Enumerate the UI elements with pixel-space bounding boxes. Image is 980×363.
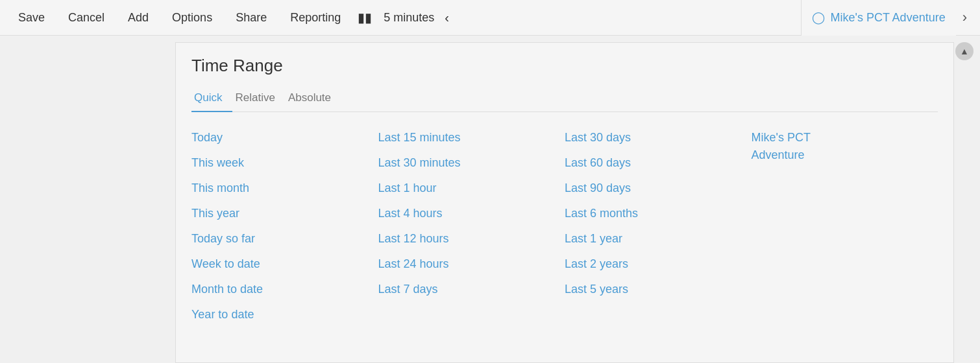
tab-absolute[interactable]: Absolute [286, 86, 341, 112]
time-item-last-15m[interactable]: Last 15 minutes [378, 125, 565, 150]
time-item-this-week[interactable]: This week [191, 150, 378, 176]
time-item-last-6mo[interactable]: Last 6 months [565, 201, 752, 226]
time-item-last-7d[interactable]: Last 7 days [378, 277, 565, 302]
tab-quick[interactable]: Quick [191, 86, 232, 112]
time-item-last-90d[interactable]: Last 90 days [565, 176, 752, 201]
options-button[interactable]: Options [160, 0, 224, 36]
add-button[interactable]: Add [116, 0, 160, 36]
time-col-3: Last 30 days Last 60 days Last 90 days L… [565, 125, 752, 327]
time-item-last-60d[interactable]: Last 60 days [565, 150, 752, 176]
time-item-mikes-pct[interactable]: Mike's PCTAdventure [752, 125, 938, 168]
time-col-2: Last 15 minutes Last 30 minutes Last 1 h… [378, 125, 565, 327]
reporting-button[interactable]: Reporting [278, 0, 352, 36]
time-item-today[interactable]: Today [191, 125, 378, 150]
share-button[interactable]: Share [224, 0, 278, 36]
time-item-year-to-date[interactable]: Year to date [191, 302, 378, 327]
time-item-last-30m[interactable]: Last 30 minutes [378, 150, 565, 176]
time-item-last-5y[interactable]: Last 5 years [565, 277, 752, 302]
time-item-last-2y[interactable]: Last 2 years [565, 252, 752, 277]
time-item-last-30d[interactable]: Last 30 days [565, 125, 752, 150]
clock-icon: ◯ [812, 10, 825, 25]
toolbar: Save Cancel Add Options Share Reporting … [0, 0, 980, 36]
panel-title: Time Range [191, 56, 938, 76]
cancel-button[interactable]: Cancel [56, 0, 116, 36]
time-col-4: Mike's PCTAdventure [752, 125, 938, 327]
time-item-this-month[interactable]: This month [191, 176, 378, 201]
dashboard-title: Mike's PCT Adventure [830, 11, 945, 25]
time-item-last-24h[interactable]: Last 24 hours [378, 252, 565, 277]
nav-right-button[interactable]: › [956, 9, 974, 26]
time-item-month-to-date[interactable]: Month to date [191, 277, 378, 302]
pause-icon: ▮▮ [352, 10, 377, 25]
time-item-week-to-date[interactable]: Week to date [191, 252, 378, 277]
time-item-today-so-far[interactable]: Today so far [191, 226, 378, 252]
scroll-up-button[interactable]: ▲ [955, 42, 974, 60]
time-item-last-1y[interactable]: Last 1 year [565, 226, 752, 252]
time-item-last-4h[interactable]: Last 4 hours [378, 201, 565, 226]
time-range-grid: Today This week This month This year Tod… [191, 125, 938, 327]
time-col-1: Today This week This month This year Tod… [191, 125, 378, 327]
time-display: 5 minutes [377, 11, 441, 25]
tab-relative[interactable]: Relative [232, 86, 285, 112]
main-content: ▲ Time Range Quick Relative Absolute Tod… [0, 36, 980, 363]
time-range-tabs: Quick Relative Absolute [191, 86, 938, 112]
save-button[interactable]: Save [6, 0, 56, 36]
time-item-this-year[interactable]: This year [191, 201, 378, 226]
time-range-panel: Time Range Quick Relative Absolute Today… [175, 42, 954, 363]
time-item-last-1h[interactable]: Last 1 hour [378, 176, 565, 201]
nav-left-button[interactable]: ‹ [441, 10, 453, 25]
time-item-last-12h[interactable]: Last 12 hours [378, 226, 565, 252]
dashboard-title-section: ◯ Mike's PCT Adventure [801, 0, 955, 36]
